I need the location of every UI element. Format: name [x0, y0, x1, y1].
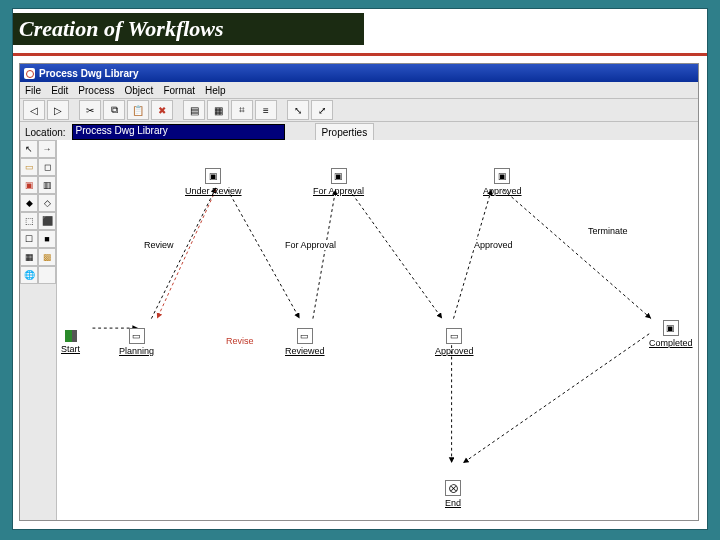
workflow-canvas[interactable]: Review Revise For Approval Approved Term…	[57, 140, 698, 520]
paste-button[interactable]: 📋	[127, 100, 149, 120]
palette-state-icon[interactable]: ▭	[20, 158, 38, 176]
node-label: Reviewed	[285, 346, 325, 356]
menu-file[interactable]: File	[25, 85, 41, 96]
menu-object[interactable]: Object	[124, 85, 153, 96]
copy-button[interactable]: ⧉	[103, 100, 125, 120]
node-planning[interactable]: ▭ Planning	[119, 328, 154, 356]
state-icon: ▭	[297, 328, 313, 344]
cut-button[interactable]: ✂	[79, 100, 101, 120]
delete-button[interactable]: ✖	[151, 100, 173, 120]
node-label: Under Review	[185, 186, 242, 196]
node-reviewed[interactable]: ▭ Reviewed	[285, 328, 325, 356]
edge-label-for-approval: For Approval	[284, 240, 337, 250]
edge-label-approve: Approved	[473, 240, 514, 250]
app-window: Process Dwg Library File Edit Process Ob…	[19, 63, 699, 521]
palette-pattern-icon[interactable]: ▩	[38, 248, 56, 266]
palette-grid-icon[interactable]: ▦	[20, 248, 38, 266]
back-button[interactable]: ◁	[23, 100, 45, 120]
snap-button[interactable]: ⌗	[231, 100, 253, 120]
state-icon: ▣	[331, 168, 347, 184]
forward-button[interactable]: ▷	[47, 100, 69, 120]
node-approved[interactable]: ▭ Approved	[435, 328, 474, 356]
palette-transition-icon[interactable]: →	[38, 140, 56, 158]
node-end[interactable]: ⨂ End	[445, 480, 461, 508]
node-approved-state[interactable]: ▣ Approved	[483, 168, 522, 196]
node-for-approval[interactable]: ▣ For Approval	[313, 168, 364, 196]
node-label: Approved	[483, 186, 522, 196]
palette-check-icon[interactable]: ☐	[20, 230, 38, 248]
palette-doc-icon[interactable]: ⬚	[20, 212, 38, 230]
properties-button[interactable]: Properties	[315, 123, 375, 141]
node-label: End	[445, 498, 461, 508]
grid-button[interactable]: ▦	[207, 100, 229, 120]
slide-inner: Creation of Workflows Process Dwg Librar…	[12, 8, 708, 530]
palette-dark-icon[interactable]: ⬛	[38, 212, 56, 230]
node-under-review[interactable]: ▣ Under Review	[185, 168, 242, 196]
palette-decision-icon[interactable]: ◆	[20, 194, 38, 212]
state-icon: ▣	[205, 168, 221, 184]
unlink-button[interactable]: ⤢	[311, 100, 333, 120]
node-label: Start	[61, 344, 80, 354]
node-start[interactable]: Start	[61, 330, 80, 354]
palette-box-icon[interactable]: ◻	[38, 158, 56, 176]
menu-edit[interactable]: Edit	[51, 85, 68, 96]
menu-help[interactable]: Help	[205, 85, 226, 96]
tool-palette: ↖ → ▭ ◻ ▣ ▥ ◆ ◇ ⬚ ⬛ ☐ ■ ▦ ▩ 🌐	[20, 140, 57, 520]
state-icon: ▭	[129, 328, 145, 344]
end-icon: ⨂	[445, 480, 461, 496]
window-title: Process Dwg Library	[39, 68, 138, 79]
menu-format[interactable]: Format	[163, 85, 195, 96]
link-button[interactable]: ⤡	[287, 100, 309, 120]
window-titlebar[interactable]: Process Dwg Library	[20, 64, 698, 82]
app-body: ↖ → ▭ ◻ ▣ ▥ ◆ ◇ ⬚ ⬛ ☐ ■ ▦ ▩ 🌐	[20, 140, 698, 520]
new-button[interactable]: ▤	[183, 100, 205, 120]
title-underline	[13, 53, 707, 56]
edge-label-revise: Revise	[225, 336, 255, 346]
menu-process[interactable]: Process	[78, 85, 114, 96]
node-label: Completed	[649, 338, 693, 348]
state-icon: ▣	[663, 320, 679, 336]
palette-process-icon[interactable]: ▣	[20, 176, 38, 194]
palette-gateway-icon[interactable]: ◇	[38, 194, 56, 212]
edge-label-review: Review	[143, 240, 175, 250]
palette-task-icon[interactable]: ▥	[38, 176, 56, 194]
palette-fill-icon[interactable]: ■	[38, 230, 56, 248]
main-toolbar: ◁ ▷ ✂ ⧉ 📋 ✖ ▤ ▦ ⌗ ≡ ⤡ ⤢	[20, 99, 698, 122]
menu-bar: File Edit Process Object Format Help	[20, 82, 698, 99]
start-flag-icon	[65, 330, 77, 342]
node-label: Planning	[119, 346, 154, 356]
edge-label-terminate: Terminate	[587, 226, 629, 236]
node-label: For Approval	[313, 186, 364, 196]
node-label: Approved	[435, 346, 474, 356]
node-completed[interactable]: ▣ Completed	[649, 320, 693, 348]
state-icon: ▣	[494, 168, 510, 184]
palette-empty	[38, 266, 56, 284]
java-icon	[24, 68, 35, 79]
palette-select-icon[interactable]: ↖	[20, 140, 38, 158]
location-label: Location:	[25, 127, 66, 138]
location-field[interactable]: Process Dwg Library	[72, 124, 285, 140]
state-icon: ▭	[446, 328, 462, 344]
slide-title: Creation of Workflows	[13, 13, 364, 45]
slide-background: Creation of Workflows Process Dwg Librar…	[0, 0, 720, 540]
palette-globe-icon[interactable]: 🌐	[20, 266, 38, 284]
align-button[interactable]: ≡	[255, 100, 277, 120]
